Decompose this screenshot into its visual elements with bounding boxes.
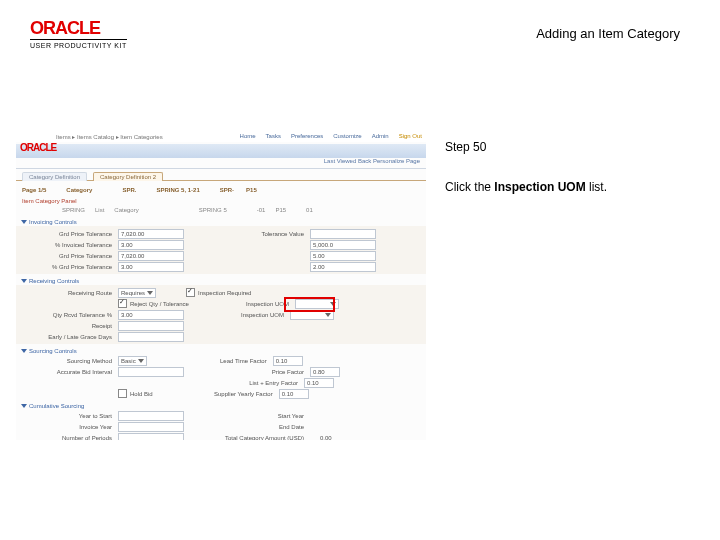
dropdown-icon <box>147 291 153 295</box>
cu-r3: Total Category Amount (USD) <box>214 435 310 441</box>
rc-route-select[interactable]: Requires <box>118 288 156 298</box>
rc-v2: Reject Qty / Tolerance <box>130 301 189 307</box>
instr-suffix: list. <box>586 180 607 194</box>
app-oracle-logo: ORACLE <box>20 142 56 153</box>
highlight-box <box>284 297 335 312</box>
section-receiving-label: Receiving Controls <box>29 278 79 284</box>
header-row: Page 1/5 Category SPR. SPRING 5, 1-21 SP… <box>16 184 426 195</box>
rc-v4[interactable] <box>118 321 184 331</box>
rc-l3: Qty Rcvd Tolerance % <box>22 312 118 318</box>
hdr-page: Page 1/5 <box>22 187 46 193</box>
sh-d: SPRING 5 <box>199 207 227 213</box>
cb-insp-required[interactable] <box>186 288 195 297</box>
section-cumulative[interactable]: Cumulative Sourcing <box>22 403 426 409</box>
top-nav: Home Tasks Preferences Customize Admin S… <box>240 133 422 139</box>
nav-tasks[interactable]: Tasks <box>266 133 281 139</box>
sh-g: 01 <box>306 207 313 213</box>
tol-l4: % Grd Price Tolerance <box>22 264 118 270</box>
sr-mid: Hold Bid <box>130 391 153 397</box>
page-title: Adding an Item Category <box>536 26 680 41</box>
sr-v2[interactable] <box>118 367 184 377</box>
hdr-v3: SPR- <box>220 187 234 193</box>
sr-l1: Sourcing Method <box>22 358 118 364</box>
chevron-down-icon <box>21 404 27 408</box>
section-invoicing[interactable]: Invoicing Controls <box>22 219 426 225</box>
nav-signout[interactable]: Sign Out <box>399 133 422 139</box>
cu-l3: Number of Periods <box>22 435 118 441</box>
sr-rv3[interactable]: 0.10 <box>304 378 334 388</box>
cu-l1: Year to Start <box>22 413 118 419</box>
sh-a: SPRING <box>62 207 85 213</box>
tol-v2[interactable]: 3.00 <box>118 240 184 250</box>
rc-l5: Early / Late Grace Days <box>22 334 118 340</box>
tol-rv4[interactable]: 2.00 <box>310 262 376 272</box>
section-cumulative-label: Cumulative Sourcing <box>29 403 84 409</box>
tol-l1: Grd Price Tolerance <box>22 231 118 237</box>
tol-v4[interactable]: 3.00 <box>118 262 184 272</box>
cu-l2: Invoice Year <box>22 424 118 430</box>
dropdown-icon <box>138 359 144 363</box>
sr-rv1[interactable]: 0.10 <box>273 356 303 366</box>
cu-r1: Start Year <box>214 413 310 419</box>
oracle-logo: ORACLE <box>30 18 127 39</box>
breadcrumb: Items ▸ Items Catalog ▸ Item Categories <box>56 133 163 140</box>
sr-rv2[interactable]: 0.80 <box>310 367 340 377</box>
cu-r2: End Date <box>214 424 310 430</box>
cu-v3[interactable] <box>118 433 184 441</box>
chevron-down-icon <box>21 349 27 353</box>
hdr-v4: P15 <box>246 187 257 193</box>
tab-category-def-1[interactable]: Category Definition <box>22 172 87 181</box>
nav-admin[interactable]: Admin <box>372 133 389 139</box>
sr-rv4[interactable]: 0.10 <box>279 389 309 399</box>
sr-r4: Supplier Yearly Factor <box>183 391 279 397</box>
section-invoicing-label: Invoicing Controls <box>29 219 77 225</box>
sub-header-row: SPRING List Category SPRING 5 -01 P15 01 <box>16 204 426 215</box>
step-number: Step 50 <box>445 140 486 154</box>
dropdown-icon <box>325 313 331 317</box>
sr-r3: List + Entry Factor <box>208 380 304 386</box>
section-sourcing[interactable]: Sourcing Controls <box>22 348 426 354</box>
tab-category-def-2[interactable]: Category Definition 2 <box>93 172 163 181</box>
sr-r1: Lead Time Factor <box>177 358 273 364</box>
tol-r1: Tolerance Value <box>214 231 310 237</box>
chevron-down-icon <box>21 279 27 283</box>
rc-l4: Receipt <box>22 323 118 329</box>
rc-v3[interactable]: 3.00 <box>118 310 184 320</box>
tol-rv2[interactable]: 5,000.0 <box>310 240 376 250</box>
sh-f: P15 <box>275 207 286 213</box>
hdr-v2: SPRING 5, 1-21 <box>156 187 199 193</box>
tol-rv3[interactable]: 5.00 <box>310 251 376 261</box>
chevron-down-icon <box>21 220 27 224</box>
rc-r3: Inspection UOM <box>214 312 290 318</box>
instr-prefix: Click the <box>445 180 494 194</box>
sr-l2: Accurate Bid Interval <box>22 369 118 375</box>
sr-v1: Basic <box>121 358 136 364</box>
tol-rv1[interactable] <box>310 229 376 239</box>
rc-v5[interactable] <box>118 332 184 342</box>
rc-l1: Receiving Route <box>22 290 118 296</box>
nav-customize[interactable]: Customize <box>333 133 361 139</box>
nav-prefs[interactable]: Preferences <box>291 133 323 139</box>
sr-r2: Price Factor <box>214 369 310 375</box>
cu-rv3: 0.00 <box>320 435 332 441</box>
section-receiving[interactable]: Receiving Controls <box>22 278 426 284</box>
cb-reject-qty[interactable] <box>118 299 127 308</box>
cu-v1[interactable] <box>118 411 184 421</box>
rc-route-value: Requires <box>121 290 145 296</box>
nav-home[interactable]: Home <box>240 133 256 139</box>
section-sourcing-label: Sourcing Controls <box>29 348 77 354</box>
app-topbar: Items ▸ Items Catalog ▸ Item Categories … <box>16 130 426 142</box>
tol-v1[interactable]: 7,020.00 <box>118 229 184 239</box>
cu-v2[interactable] <box>118 422 184 432</box>
instr-target: Inspection UOM <box>494 180 585 194</box>
upk-label: USER PRODUCTIVITY KIT <box>30 39 127 49</box>
hdr-v1: SPR. <box>122 187 136 193</box>
app-banner <box>16 144 426 158</box>
sh-b: List <box>95 207 104 213</box>
sourcing-method-select[interactable]: Basic <box>118 356 147 366</box>
tol-l2: % Invoiced Tolerance <box>22 242 118 248</box>
tol-v3[interactable]: 7,020.00 <box>118 251 184 261</box>
brand-block: ORACLE USER PRODUCTIVITY KIT <box>30 18 127 49</box>
sh-e: -01 <box>257 207 266 213</box>
cb-hold-bid[interactable] <box>118 389 127 398</box>
